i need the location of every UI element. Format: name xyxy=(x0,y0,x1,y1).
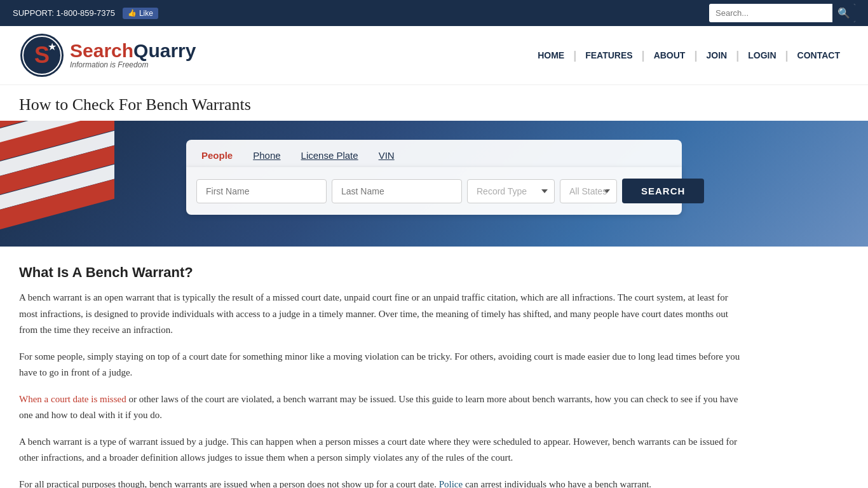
police-link[interactable]: Police xyxy=(439,479,463,489)
support-number: SUPPORT: 1-800-859-7375 xyxy=(13,8,115,18)
content-area: What Is A Bench Warrant? A bench warrant… xyxy=(0,247,763,488)
top-search-input[interactable] xyxy=(709,5,832,21)
header: S ★ SearchQuarry Information is Freedom … xyxy=(0,26,868,85)
all-states-select[interactable]: All States Alabama Alaska Arizona Arkans… xyxy=(560,179,617,203)
para5-start: For all practical purposes though, bench… xyxy=(19,479,439,489)
record-type-select[interactable]: Record Type Criminal Records Arrest Reco… xyxy=(467,179,555,203)
flag-decoration xyxy=(0,121,114,247)
logo-tagline: Information is Freedom xyxy=(70,60,196,69)
svg-text:★: ★ xyxy=(48,41,57,52)
main-nav: HOME | FEATURES | ABOUT | JOIN | LOGIN |… xyxy=(529,49,849,62)
first-name-input[interactable] xyxy=(196,179,327,203)
top-bar-left: SUPPORT: 1-800-859-7375 👍 Like xyxy=(13,8,158,19)
thumbs-up-icon: 👍 xyxy=(128,9,137,17)
nav-login[interactable]: LOGIN xyxy=(739,50,785,60)
page-title-area: How to Check For Bench Warrants xyxy=(0,85,868,121)
nav-features[interactable]: FEATURES xyxy=(576,50,641,60)
logo-name: SearchQuarry xyxy=(70,41,196,60)
content-para-5: For all practical purposes though, bench… xyxy=(19,477,743,489)
logo-area: S ★ SearchQuarry Information is Freedom xyxy=(19,32,196,78)
content-para-4: A bench warrant is a type of warrant iss… xyxy=(19,434,743,466)
content-para-3: When a court date is missed or other law… xyxy=(19,391,743,424)
search-tabs: People Phone License Plate VIN xyxy=(186,140,682,167)
nav-home[interactable]: HOME xyxy=(529,50,573,60)
nav-join[interactable]: JOIN xyxy=(697,50,736,60)
nav-about[interactable]: ABOUT xyxy=(645,50,695,60)
para3-rest: or other laws of the court are violated,… xyxy=(19,394,738,421)
section1-heading: What Is A Bench Warrant? xyxy=(19,264,743,281)
para5-end: can arrest individuals who have a bench … xyxy=(463,479,651,489)
fb-like-label: Like xyxy=(139,9,153,18)
logo-text-area: SearchQuarry Information is Freedom xyxy=(70,41,196,69)
fb-like-button[interactable]: 👍 Like xyxy=(123,8,158,19)
tab-vin[interactable]: VIN xyxy=(376,146,397,167)
content-para-1: A bench warrant is an open warrant that … xyxy=(19,290,743,339)
nav-contact[interactable]: CONTACT xyxy=(789,50,849,60)
court-date-link[interactable]: When a court date is missed xyxy=(19,394,126,404)
tab-license-plate[interactable]: License Plate xyxy=(299,146,361,167)
page-title: How to Check For Bench Warrants xyxy=(19,95,849,114)
hero-banner: People Phone License Plate VIN Record Ty… xyxy=(0,121,868,247)
top-search-button[interactable]: 🔍 xyxy=(832,4,855,22)
tab-people[interactable]: People xyxy=(199,146,235,167)
content-para-2: For some people, simply staying on top o… xyxy=(19,349,743,381)
last-name-input[interactable] xyxy=(332,179,462,203)
search-form-area: Record Type Criminal Records Arrest Reco… xyxy=(186,167,682,215)
tab-phone[interactable]: Phone xyxy=(250,146,283,167)
top-search-container: 🔍 xyxy=(709,4,855,22)
search-button[interactable]: SEARCH xyxy=(622,179,704,203)
logo-icon: S ★ xyxy=(19,32,65,78)
search-widget: People Phone License Plate VIN Record Ty… xyxy=(186,140,682,215)
top-bar: SUPPORT: 1-800-859-7375 👍 Like 🔍 xyxy=(0,0,868,26)
